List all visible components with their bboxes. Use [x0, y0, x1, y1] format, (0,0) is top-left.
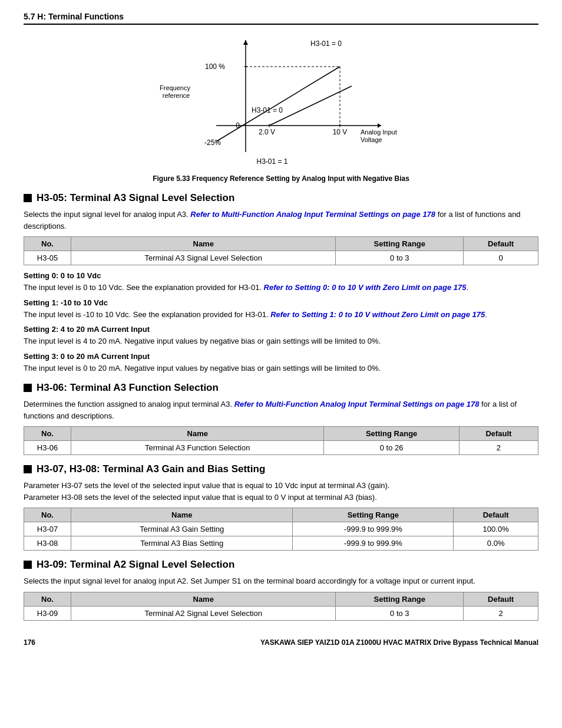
- table-header: Name: [71, 508, 293, 522]
- setting-desc: The input level is 0 to 10 Vdc. See the …: [24, 282, 538, 294]
- table-header: Setting Range: [336, 237, 464, 251]
- section-intro-H3-07-H3-08: Parameter H3-07 sets the level of the se…: [24, 480, 538, 503]
- section-heading-H3-09: H3-09: Terminal A2 Signal Level Selectio…: [24, 559, 538, 571]
- page-footer: 176 YASKAWA SIEP YAIZ1D 01A Z1000U HVAC …: [24, 638, 538, 647]
- page-number: 176: [24, 638, 35, 647]
- freq-ref-label: Frequency: [160, 84, 190, 91]
- setting-desc: The input level is 0 to 20 mA. Negative …: [24, 363, 538, 374]
- svg-marker-7: [243, 40, 248, 45]
- y-0-label: 0: [236, 121, 240, 130]
- h3-01-0-mid-label: H3-01 = 0: [252, 106, 283, 114]
- x-10v-label: 10 V: [333, 128, 348, 136]
- table-header: Default: [454, 508, 538, 522]
- table-header: Setting Range: [336, 592, 464, 606]
- setting-link[interactable]: Refer to Setting 0: 0 to 10 V with Zero …: [264, 283, 467, 292]
- section-header: 5.7 H: Terminal Functions: [24, 12, 538, 25]
- table-header: Setting Range: [324, 427, 459, 441]
- param-table-H3-09: No.NameSetting RangeDefaultH3-09Terminal…: [24, 592, 538, 621]
- h3-01-1-label: H3-01 = 1: [256, 157, 287, 166]
- freq-ref-label2: reference: [163, 92, 190, 99]
- table-header: No.: [24, 592, 71, 606]
- table-row: H3-08Terminal A3 Bias Setting-999.9 to 9…: [24, 536, 538, 551]
- table-header: Default: [464, 592, 538, 606]
- section-heading-H3-06: H3-06: Terminal A3 Function Selection: [24, 382, 538, 394]
- table-header: Name: [71, 427, 324, 441]
- y-neg25-label: -25%: [204, 139, 221, 147]
- setting-link[interactable]: Refer to Setting 1: 0 to 10 V without Ze…: [270, 310, 485, 319]
- table-cell: Terminal A3 Signal Level Selection: [71, 251, 336, 265]
- setting-label: Setting 1: -10 to 10 Vdc: [24, 298, 538, 307]
- frequency-chart: H3-01 = 0 100 % Frequency reference H3-0…: [157, 34, 405, 170]
- section-intro-H3-06: Determines the function assigned to anal…: [24, 398, 538, 421]
- table-cell: H3-09: [24, 606, 71, 620]
- table-header: Default: [464, 237, 538, 251]
- table-cell: 0 to 3: [336, 606, 464, 620]
- figure-caption: Figure 5.33 Frequency Reference Setting …: [153, 174, 409, 183]
- x-axis-label2: Voltage: [361, 136, 382, 143]
- table-cell: Terminal A2 Signal Level Selection: [71, 606, 336, 620]
- setting-desc: The input level is 4 to 20 mA. Negative …: [24, 335, 538, 347]
- param-table-H3-06: No.NameSetting RangeDefaultH3-06Terminal…: [24, 426, 538, 455]
- h3-01-0-top-label: H3-01 = 0: [310, 39, 342, 48]
- intro-link-H3-05[interactable]: Refer to Multi-Function Analog Input Ter…: [190, 210, 435, 219]
- svg-line-5: [216, 67, 340, 141]
- table-cell: 0 to 26: [324, 441, 459, 455]
- table-cell: 2: [464, 606, 538, 620]
- param-table-H3-07-H3-08: No.NameSetting RangeDefaultH3-07Terminal…: [24, 508, 538, 551]
- setting-desc: The input level is -10 to 10 Vdc. See th…: [24, 309, 538, 321]
- table-header: No.: [24, 508, 71, 522]
- table-header: No.: [24, 427, 71, 441]
- table-cell: H3-08: [24, 536, 71, 551]
- setting-label: Setting 3: 0 to 20 mA Current Input: [24, 352, 538, 361]
- param-table-H3-05: No.NameSetting RangeDefaultH3-05Terminal…: [24, 236, 538, 265]
- svg-marker-6: [378, 123, 381, 128]
- section-heading-H3-07-H3-08: H3-07, H3-08: Terminal A3 Gain and Bias …: [24, 463, 538, 475]
- y-100-label: 100 %: [205, 62, 225, 71]
- table-cell: -999.9 to 999.9%: [293, 522, 454, 536]
- table-cell: H3-05: [24, 251, 71, 265]
- table-cell: -999.9 to 999.9%: [293, 536, 454, 551]
- table-cell: H3-06: [24, 441, 71, 455]
- table-cell: Terminal A3 Gain Setting: [71, 522, 293, 536]
- section-intro-H3-05: Selects the input signal level for analo…: [24, 209, 538, 232]
- table-row: H3-07Terminal A3 Gain Setting-999.9 to 9…: [24, 522, 538, 536]
- setting-label: Setting 0: 0 to 10 Vdc: [24, 271, 538, 280]
- table-cell: Terminal A3 Function Selection: [71, 441, 324, 455]
- table-cell: H3-07: [24, 522, 71, 536]
- table-header: No.: [24, 237, 71, 251]
- table-cell: 100.0%: [454, 522, 538, 536]
- table-cell: 0.0%: [454, 536, 538, 551]
- table-row: H3-09Terminal A2 Signal Level Selection0…: [24, 606, 538, 620]
- x-2v-label: 2.0 V: [259, 128, 275, 136]
- document-title: YASKAWA SIEP YAIZ1D 01A Z1000U HVAC MATR…: [260, 638, 538, 647]
- setting-label: Setting 2: 4 to 20 mA Current Input: [24, 325, 538, 334]
- table-cell: 0 to 3: [336, 251, 464, 265]
- intro-link-H3-06[interactable]: Refer to Multi-Function Analog Input Ter…: [234, 400, 480, 409]
- table-cell: 2: [459, 441, 538, 455]
- sections-container: H3-05: Terminal A3 Signal Level Selectio…: [24, 192, 538, 621]
- section-intro-H3-09: Selects the input signal level for analo…: [24, 575, 538, 587]
- figure-container: H3-01 = 0 100 % Frequency reference H3-0…: [24, 34, 538, 183]
- table-header: Name: [71, 592, 336, 606]
- table-header: Default: [459, 427, 538, 441]
- table-header: Name: [71, 237, 336, 251]
- x-axis-label: Analog Input: [361, 129, 397, 136]
- table-header: Setting Range: [293, 508, 454, 522]
- table-cell: 0: [464, 251, 538, 265]
- table-row: H3-06Terminal A3 Function Selection0 to …: [24, 441, 538, 455]
- table-cell: Terminal A3 Bias Setting: [71, 536, 293, 551]
- table-row: H3-05Terminal A3 Signal Level Selection0…: [24, 251, 538, 265]
- section-heading-H3-05: H3-05: Terminal A3 Signal Level Selectio…: [24, 192, 538, 204]
